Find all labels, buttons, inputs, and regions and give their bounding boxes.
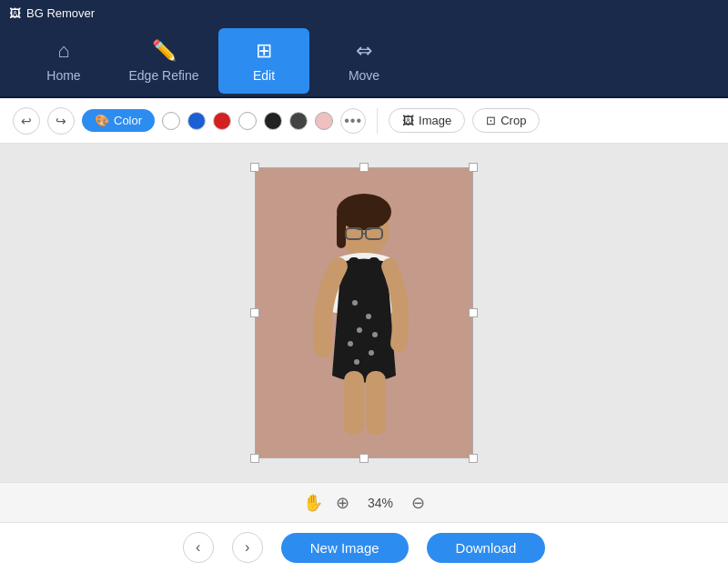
- footer: ‹ › New Image Download: [0, 522, 728, 572]
- svg-point-14: [354, 359, 359, 365]
- swatch-blue[interactable]: [187, 112, 206, 130]
- swatch-white[interactable]: [238, 112, 257, 130]
- redo-button[interactable]: ↪: [47, 107, 75, 135]
- crop-handle-bot-left[interactable]: [250, 454, 259, 463]
- swatch-black[interactable]: [264, 112, 282, 130]
- svg-point-13: [369, 350, 374, 356]
- title-bar: 🖼 BG Remover: [0, 0, 728, 25]
- svg-point-8: [352, 300, 358, 306]
- swatch-dark-gray[interactable]: [289, 112, 308, 130]
- svg-rect-15: [344, 371, 364, 435]
- crop-handle-top-left[interactable]: [250, 163, 259, 172]
- crop-button[interactable]: ⊡ Crop: [472, 108, 540, 133]
- crop-label: Crop: [500, 114, 526, 127]
- crop-handle-bot-center[interactable]: [359, 454, 369, 463]
- toolbar: ↩ ↪ 🎨 Color ••• 🖼 Image ⊡ Crop: [0, 98, 728, 144]
- canvas-area: [0, 144, 728, 482]
- zoom-level: 34%: [362, 496, 399, 510]
- crop-icon: ⊡: [486, 114, 496, 127]
- nav-item-home[interactable]: ⌂ Home: [18, 28, 109, 94]
- zoom-out-icon[interactable]: ⊖: [411, 493, 425, 513]
- zoom-bar: ✋ ⊕ 34% ⊖: [0, 482, 728, 522]
- crop-handle-bot-right[interactable]: [469, 454, 478, 463]
- download-button[interactable]: Download: [427, 533, 546, 563]
- swatch-red[interactable]: [213, 112, 231, 130]
- crop-handle-mid-left[interactable]: [250, 308, 259, 317]
- image-icon: 🖼: [402, 114, 414, 127]
- app-icon: 🖼: [9, 6, 21, 20]
- separator: [377, 108, 378, 134]
- crop-handle-top-right[interactable]: [469, 163, 478, 172]
- color-button[interactable]: 🎨 Color: [82, 109, 155, 132]
- crop-handle-mid-right[interactable]: [469, 308, 478, 317]
- nav-label-move: Move: [349, 68, 379, 83]
- zoom-in-icon[interactable]: ⊕: [336, 493, 349, 513]
- nav-label-edit: Edit: [253, 68, 275, 83]
- nav-item-edit[interactable]: ⊞ Edit: [218, 28, 309, 94]
- svg-rect-2: [337, 212, 346, 248]
- swatch-transparent[interactable]: [162, 112, 180, 130]
- edit-icon: ⊞: [256, 39, 272, 63]
- svg-rect-16: [366, 371, 386, 435]
- swatch-pink[interactable]: [315, 112, 333, 130]
- svg-point-12: [348, 341, 353, 346]
- undo-button[interactable]: ↩: [13, 107, 40, 135]
- nav-label-home: Home: [46, 68, 80, 83]
- nav-item-edge-refine[interactable]: ✏️ Edge Refine: [118, 28, 209, 94]
- next-button[interactable]: ›: [232, 532, 263, 563]
- image-button[interactable]: 🖼 Image: [389, 108, 465, 133]
- svg-point-11: [372, 332, 378, 337]
- nav-label-edge-refine: Edge Refine: [128, 68, 198, 83]
- new-image-button[interactable]: New Image: [281, 533, 409, 563]
- color-label: Color: [114, 114, 142, 127]
- image-preview: [255, 167, 473, 458]
- app-title: BG Remover: [26, 6, 95, 20]
- home-icon: ⌂: [57, 39, 69, 63]
- image-label: Image: [419, 114, 451, 127]
- svg-point-9: [366, 314, 371, 319]
- nav-item-move[interactable]: ⇔ Move: [318, 28, 410, 94]
- prev-button[interactable]: ‹: [183, 532, 214, 563]
- image-container: [255, 167, 473, 458]
- crop-handle-top-center[interactable]: [359, 163, 369, 172]
- svg-rect-7: [369, 257, 379, 312]
- move-icon: ⇔: [356, 39, 372, 63]
- edge-refine-icon: ✏️: [152, 39, 177, 63]
- nav-bar: ⌂ Home ✏️ Edge Refine ⊞ Edit ⇔ Move: [0, 25, 728, 98]
- person-figure: [291, 194, 437, 457]
- color-brush-icon: 🎨: [95, 114, 109, 127]
- svg-point-10: [357, 327, 362, 333]
- hand-tool-icon[interactable]: ✋: [303, 493, 323, 513]
- more-button[interactable]: •••: [340, 108, 366, 134]
